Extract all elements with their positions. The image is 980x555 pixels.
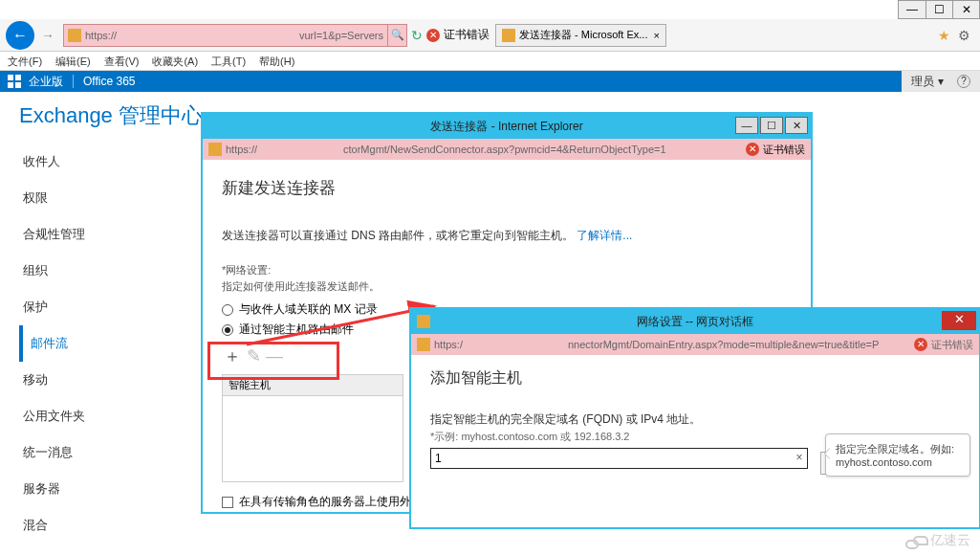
- radio-icon-selected: [222, 324, 233, 336]
- caret-down-icon: ▾: [938, 75, 944, 88]
- forward-button[interactable]: →: [38, 26, 57, 45]
- os-window-controls: — ☐ ✕: [898, 0, 980, 19]
- sidebar-item-servers[interactable]: 服务器: [19, 471, 182, 507]
- list-header: 智能主机: [222, 374, 403, 396]
- sidebar-item-mobile[interactable]: 移动: [19, 362, 182, 398]
- tab-site-icon: [502, 29, 515, 42]
- radio-smart-label: 通过智能主机路由邮件: [239, 322, 354, 338]
- ie-menu-bar: 文件(F) 编辑(E) 查看(V) 收藏夹(A) 工具(T) 帮助(H): [0, 52, 980, 71]
- refresh-icon[interactable]: ↻: [411, 28, 423, 43]
- sidebar-item-unified[interactable]: 统一消息: [19, 434, 182, 471]
- menu-file[interactable]: 文件(F): [8, 52, 42, 70]
- popup1-title: 发送连接器 - Internet Explorer: [430, 119, 582, 135]
- cert-error-icon: ✕: [426, 29, 440, 42]
- popup1-minimize-button[interactable]: —: [735, 117, 758, 134]
- url-prefix: https://: [85, 30, 117, 41]
- settings-gear-icon[interactable]: ⚙: [958, 28, 970, 43]
- delete-button: —: [264, 345, 285, 366]
- admin-label: 理员: [911, 74, 934, 90]
- sidebar-item-recipients[interactable]: 收件人: [19, 144, 182, 180]
- tab-title: 发送连接器 - Microsoft Ex...: [519, 28, 647, 42]
- help-icon[interactable]: ?: [957, 75, 970, 88]
- search-icon[interactable]: 🔍: [388, 24, 407, 47]
- popup2-url-prefix: https:/: [434, 339, 463, 350]
- popup2-addr-icon: [417, 338, 430, 351]
- popup2-close-button[interactable]: ✕: [942, 311, 976, 330]
- site-icon: [68, 29, 81, 42]
- menu-favorites[interactable]: 收藏夹(A): [152, 52, 198, 70]
- os-close-button[interactable]: ✕: [952, 1, 979, 18]
- popup1-heading: 新建发送连接器: [222, 177, 792, 199]
- popup1-intro: 发送连接器可以直接通过 DNS 路由邮件，或将它重定向到智能主机。 了解详情..…: [222, 228, 792, 244]
- popup1-site-icon: [208, 143, 222, 156]
- learn-more-link[interactable]: 了解详情...: [577, 229, 632, 242]
- sidebar-item-protection[interactable]: 保护: [19, 289, 182, 325]
- sidebar-item-publicfolders[interactable]: 公用文件夹: [19, 398, 182, 434]
- fqdn-tooltip: 指定完全限定域名。例如: myhost.contoso.com: [825, 433, 970, 477]
- certificate-error-main[interactable]: ✕ 证书错误: [426, 27, 490, 43]
- watermark: 亿速云: [913, 532, 970, 549]
- os-minimize-button[interactable]: —: [899, 1, 926, 18]
- url-suffix: vurl=1&p=Servers: [299, 30, 383, 41]
- popup1-address-bar[interactable]: https:// ctorMgmt/NewSendConnector.aspx?…: [203, 139, 811, 160]
- popup2-address-bar[interactable]: https:/ nnectorMgmt/DomainEntry.aspx?mod…: [411, 334, 979, 355]
- smart-host-list: 智能主机: [222, 374, 403, 482]
- network-settings-dialog: 网络设置 -- 网页对话框 ✕ https:/ nnectorMgmt/Doma…: [409, 307, 980, 529]
- popup1-url-suffix: ctorMgmt/NewSendConnector.aspx?pwmcid=4&…: [343, 144, 666, 155]
- popup2-cert-error-label: 证书错误: [931, 338, 973, 352]
- sidebar-item-permissions[interactable]: 权限: [19, 180, 182, 216]
- popup2-title-bar[interactable]: 网络设置 -- 网页对话框 ✕: [411, 309, 979, 334]
- cert-error-icon: ✕: [746, 143, 759, 156]
- sidebar-item-compliance[interactable]: 合规性管理: [19, 216, 182, 253]
- edit-button: ✎: [243, 345, 264, 366]
- checkbox-label: 在具有传输角色的服务器上使用外部 D: [239, 494, 434, 510]
- radio-icon: [222, 304, 233, 316]
- ribbon-office365[interactable]: Office 365: [83, 75, 135, 88]
- popup2-title: 网络设置 -- 网页对话框: [637, 314, 754, 330]
- menu-edit[interactable]: 编辑(E): [55, 52, 91, 70]
- tab-close-icon[interactable]: ×: [653, 30, 659, 41]
- popup2-site-icon: [417, 315, 430, 328]
- cert-error-icon: ✕: [914, 338, 927, 351]
- popup2-desc: 指定智能主机的完全限定域名 (FQDN) 或 IPv4 地址。: [430, 411, 960, 428]
- popup1-maximize-button[interactable]: ☐: [760, 117, 783, 134]
- cert-error-label: 证书错误: [444, 27, 490, 43]
- popup2-heading: 添加智能主机: [430, 368, 960, 388]
- popup1-title-bar[interactable]: 发送连接器 - Internet Explorer — ☐ ✕: [203, 114, 811, 139]
- page-title: Exchange 管理中心: [19, 101, 203, 130]
- fqdn-input[interactable]: [430, 448, 808, 469]
- sidebar-item-hybrid[interactable]: 混合: [19, 507, 182, 544]
- popup1-close-button[interactable]: ✕: [785, 117, 808, 134]
- ie-navigation-bar: ← → https:// vurl=1&p=Servers 🔍 ↻ ✕ 证书错误…: [0, 19, 980, 52]
- network-settings-label: *网络设置:: [222, 263, 792, 278]
- radio-mx-label: 与收件人域关联的 MX 记录: [239, 301, 378, 318]
- checkbox-icon: [222, 497, 233, 508]
- address-bar[interactable]: https:// vurl=1&p=Servers: [63, 24, 388, 47]
- side-nav: 收件人 权限 合规性管理 组织 保护 邮件流 移动 公用文件夹 统一消息 服务器…: [19, 144, 182, 544]
- office-ribbon: 企业版 Office 365 理员 ▾ ?: [0, 71, 980, 92]
- favorites-icon[interactable]: ★: [938, 28, 950, 43]
- add-button[interactable]: ＋: [222, 345, 243, 366]
- ribbon-enterprise[interactable]: 企业版: [29, 74, 63, 90]
- menu-view[interactable]: 查看(V): [104, 52, 140, 70]
- list-area[interactable]: [222, 396, 403, 482]
- menu-tools[interactable]: 工具(T): [211, 52, 246, 70]
- ribbon-user-area[interactable]: 理员 ▾ ?: [902, 71, 980, 92]
- network-settings-sub: 指定如何使用此连接器发送邮件。: [222, 279, 792, 294]
- popup1-url-prefix: https://: [226, 144, 257, 155]
- sidebar-item-mailflow[interactable]: 邮件流: [19, 325, 182, 362]
- back-button[interactable]: ←: [6, 21, 34, 50]
- clear-input-icon[interactable]: ×: [792, 451, 807, 466]
- os-maximize-button[interactable]: ☐: [926, 1, 952, 18]
- popup1-cert-error-label: 证书错误: [763, 143, 805, 157]
- popup2-url-suffix: nnectorMgmt/DomainEntry.aspx?mode=multip…: [568, 339, 879, 350]
- popup1-cert-error[interactable]: ✕ 证书错误: [746, 143, 805, 157]
- popup2-cert-error[interactable]: ✕ 证书错误: [914, 338, 973, 352]
- menu-help[interactable]: 帮助(H): [259, 52, 294, 70]
- browser-tab[interactable]: 发送连接器 - Microsoft Ex... ×: [495, 24, 666, 47]
- sidebar-item-organization[interactable]: 组织: [19, 253, 182, 289]
- app-launcher-icon[interactable]: [8, 75, 21, 88]
